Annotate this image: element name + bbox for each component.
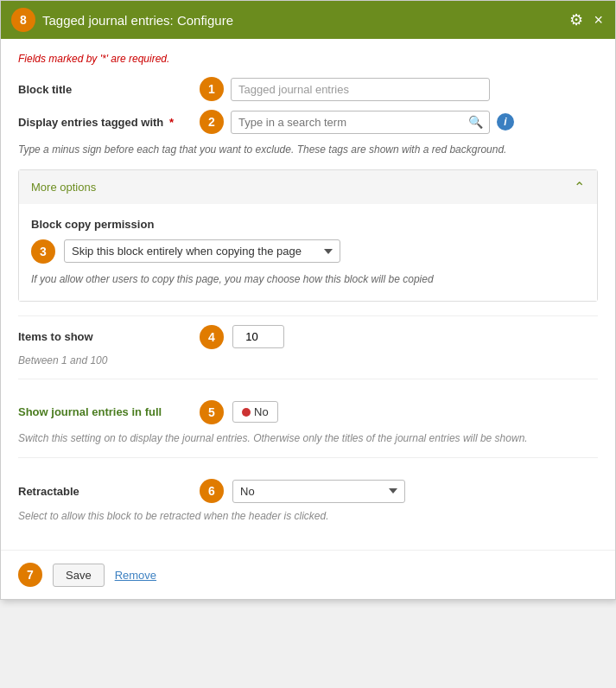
display-entries-controls: 2 🔍 i: [200, 110, 598, 134]
info-icon[interactable]: i: [497, 113, 514, 131]
block-title-controls: 1: [200, 77, 598, 101]
dialog-title: Tagged journal entries: Configure: [42, 13, 233, 28]
header-icons: ⚙ ×: [568, 10, 605, 29]
header-left: 8 Tagged journal entries: Configure: [11, 8, 233, 32]
search-input[interactable]: [231, 111, 490, 134]
copy-badge: 3: [31, 239, 55, 264]
copy-perm-row: 3 Skip this block entirely when copying …: [31, 239, 585, 264]
retractable-row: Retractable 6 NoYesAutomatically: [18, 470, 598, 503]
copy-permission-select[interactable]: Skip this block entirely when copying th…: [64, 239, 340, 263]
copy-permission-label: Block copy permission: [31, 218, 585, 231]
search-hint: Type a minus sign before each tag that y…: [18, 143, 598, 157]
dialog-header: 8 Tagged journal entries: Configure ⚙ ×: [1, 1, 615, 39]
required-note: Fields marked by '*' are required.: [18, 53, 598, 65]
items-input[interactable]: [232, 325, 284, 348]
footer-row: 7 Save Remove: [1, 550, 615, 599]
block-title-badge: 1: [200, 77, 224, 101]
toggle-dot: [242, 408, 251, 417]
save-button[interactable]: Save: [53, 564, 105, 587]
items-to-show-label: Items to show: [18, 330, 191, 343]
block-title-input[interactable]: [231, 78, 490, 101]
chevron-up-icon: ⌃: [574, 179, 585, 195]
retractable-select[interactable]: NoYesAutomatically: [232, 480, 405, 503]
items-badge: 4: [200, 325, 224, 349]
settings-button[interactable]: ⚙: [568, 10, 585, 29]
copy-hint: If you allow other users to copy this pa…: [31, 272, 585, 287]
show-journal-badge: 5: [200, 400, 224, 424]
show-journal-hint: Switch this setting on to display the jo…: [18, 431, 598, 459]
block-title-label: Block title: [18, 83, 191, 96]
more-options-body: Block copy permission 3 Skip this block …: [19, 204, 597, 301]
retractable-badge: 6: [200, 479, 224, 503]
close-button[interactable]: ×: [592, 10, 605, 29]
show-journal-row: Show journal entries in full 5 No: [18, 392, 598, 424]
search-input-wrap: 🔍: [231, 111, 490, 134]
display-entries-badge: 2: [200, 110, 224, 134]
retractable-hint: Select to allow this block to be retract…: [18, 510, 598, 522]
items-to-show-row: Items to show 4: [18, 315, 598, 349]
more-options-label: More options: [31, 181, 96, 194]
display-entries-label: Display entries tagged with *: [18, 116, 191, 129]
items-hint: Between 1 and 100: [18, 354, 598, 379]
footer-badge: 7: [18, 563, 42, 587]
remove-button[interactable]: Remove: [115, 569, 156, 582]
dialog-body: Fields marked by '*' are required. Block…: [1, 39, 615, 550]
more-options-section: More options ⌃ Block copy permission 3 S…: [18, 169, 598, 302]
show-journal-toggle[interactable]: No: [232, 401, 278, 423]
header-badge: 8: [11, 8, 35, 32]
more-options-header[interactable]: More options ⌃: [19, 170, 597, 204]
dialog-container: 8 Tagged journal entries: Configure ⚙ × …: [0, 0, 616, 600]
retractable-label: Retractable: [18, 485, 191, 498]
block-title-row: Block title 1: [18, 77, 598, 101]
show-journal-label: Show journal entries in full: [18, 405, 191, 418]
display-entries-row: Display entries tagged with * 2 🔍 i: [18, 110, 598, 134]
toggle-value: No: [254, 405, 269, 418]
